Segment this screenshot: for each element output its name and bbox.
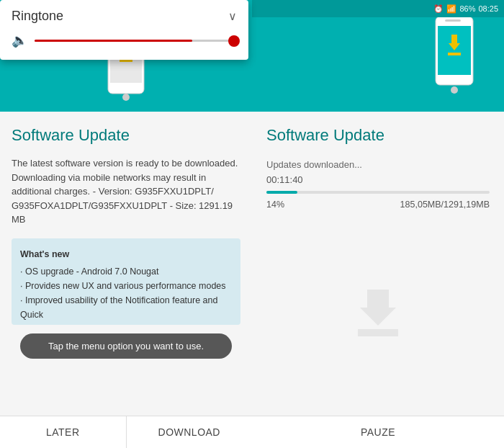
left-content: Software Update The latest software vers… — [0, 112, 252, 416]
svg-rect-10 — [445, 19, 461, 22]
progress-info-row: 14% 185,05MB/1291,19MB — [266, 200, 490, 210]
svg-rect-9 — [448, 53, 461, 55]
tooltip-bar: Tap the menu option you want to use. — [20, 333, 232, 359]
status-bar: ⏰ 📶 86% 08:25 — [252, 0, 504, 17]
left-buttons: LATER DOWNLOAD — [0, 416, 252, 448]
software-update-title-left: Software Update — [12, 126, 240, 145]
software-update-title-right: Software Update — [266, 126, 490, 145]
svg-point-5 — [122, 94, 130, 101]
svg-marker-12 — [360, 290, 396, 326]
right-panel: ⏰ 📶 86% 08:25 Software Upd — [252, 0, 504, 448]
left-panel: Ringtone ∨ 🔈 — [0, 0, 252, 448]
volume-slider[interactable] — [35, 40, 237, 42]
slider-fill — [35, 40, 192, 42]
ringtone-slider-row: 🔈 — [12, 32, 237, 48]
download-arrow-icon — [349, 282, 407, 350]
later-button[interactable]: LATER — [0, 416, 127, 448]
main-layout: Ringtone ∨ 🔈 — [0, 0, 504, 448]
pauze-button[interactable]: PAUZE — [252, 416, 504, 448]
update-description: The latest software version is ready to … — [12, 156, 240, 227]
updates-label: Updates downloaden... — [266, 159, 490, 170]
right-buttons: PAUZE — [252, 416, 504, 448]
whats-new-box: What's new · OS upgrade - Android 7.0 No… — [12, 238, 240, 325]
whats-new-item-2: · Provides new UX and various performanc… — [20, 279, 232, 293]
svg-point-11 — [451, 86, 458, 94]
battery-level: 86% — [459, 4, 475, 13]
timer-display: 00:11:40 — [266, 174, 490, 185]
size-label: 185,05MB/1291,19MB — [400, 200, 490, 210]
right-content: Software Update Updates downloaden... 00… — [252, 112, 504, 416]
progress-percent: 14% — [266, 200, 284, 210]
whats-new-title: What's new — [20, 247, 232, 261]
volume-icon: 🔈 — [12, 32, 27, 48]
progress-bar-container — [266, 191, 490, 194]
whats-new-item-3: · Improved usability of the Notification… — [20, 293, 232, 322]
phone-illustration-right — [418, 13, 490, 99]
progress-bar-fill — [266, 191, 297, 194]
ringtone-header: Ringtone ∨ — [12, 9, 237, 24]
ringtone-popup: Ringtone ∨ 🔈 — [0, 0, 248, 60]
slider-thumb[interactable] — [228, 35, 240, 47]
chevron-down-icon[interactable]: ∨ — [228, 9, 237, 23]
download-arrow-area — [266, 231, 490, 401]
download-button[interactable]: DOWNLOAD — [127, 416, 253, 448]
svg-rect-13 — [358, 329, 398, 336]
svg-rect-3 — [120, 60, 132, 62]
signal-icon: 📶 — [446, 4, 456, 14]
status-bar-icons: ⏰ 📶 86% 08:25 — [433, 4, 498, 14]
description-text: The latest software version is ready to … — [12, 158, 238, 225]
time-display: 08:25 — [478, 4, 498, 13]
ringtone-title: Ringtone — [12, 9, 63, 24]
clock-icon: ⏰ — [433, 4, 444, 14]
whats-new-item-1: · OS upgrade - Android 7.0 Nougat — [20, 264, 232, 279]
